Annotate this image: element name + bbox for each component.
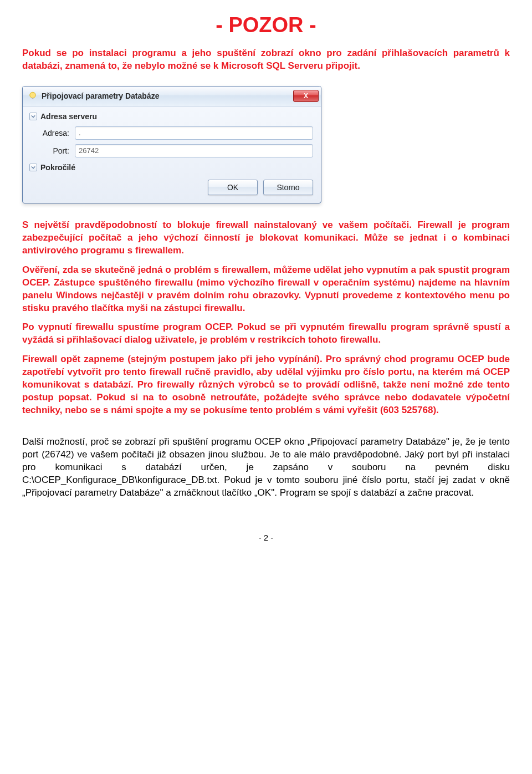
chevron-down-icon (29, 113, 37, 120)
dialog-button-row: OK Storno (26, 175, 318, 200)
paragraph-2: S největší pravděpodobností to blokuje f… (22, 219, 510, 257)
lightbulb-icon (27, 90, 38, 101)
paragraph-5: Firewall opět zapneme (stejným postupem … (22, 353, 510, 417)
port-input[interactable] (75, 144, 313, 157)
paragraph-6: Další možností, proč se zobrazí při spuš… (22, 436, 510, 500)
chevron-down-icon (29, 164, 37, 171)
ok-button[interactable]: OK (208, 180, 258, 195)
storno-button[interactable]: Storno (263, 180, 313, 195)
page-heading: - POZOR - (22, 13, 510, 37)
server-section-label: Adresa serveru (40, 112, 97, 121)
address-input[interactable] (75, 126, 313, 140)
dialog-titlebar: Připojovací parametry Databáze X (23, 86, 321, 106)
close-button[interactable]: X (293, 90, 319, 102)
page-number: - 2 - (22, 533, 510, 542)
close-icon: X (304, 92, 308, 100)
paragraph-4: Po vypnutí firewallu spustíme program OC… (22, 321, 510, 347)
port-label: Port: (30, 146, 75, 155)
svg-rect-1 (32, 98, 34, 99)
dialog-body: Adresa serveru Adresa: Port: Pokročilé O… (23, 106, 321, 203)
port-field-row: Port: (26, 142, 318, 160)
address-field-row: Adresa: (26, 124, 318, 142)
connection-params-dialog: Připojovací parametry Databáze X Adresa … (22, 86, 321, 203)
address-label: Adresa: (30, 129, 75, 138)
paragraph-3: Ověření, zda se skutečně jedná o problém… (22, 264, 510, 315)
svg-point-0 (30, 93, 36, 99)
advanced-section-label: Pokročilé (40, 163, 75, 172)
advanced-section-header[interactable]: Pokročilé (26, 160, 318, 175)
dialog-title-text: Připojovací parametry Databáze (42, 91, 293, 100)
server-section-header[interactable]: Adresa serveru (26, 109, 318, 124)
intro-paragraph: Pokud se po instalaci programu a jeho sp… (22, 47, 510, 73)
